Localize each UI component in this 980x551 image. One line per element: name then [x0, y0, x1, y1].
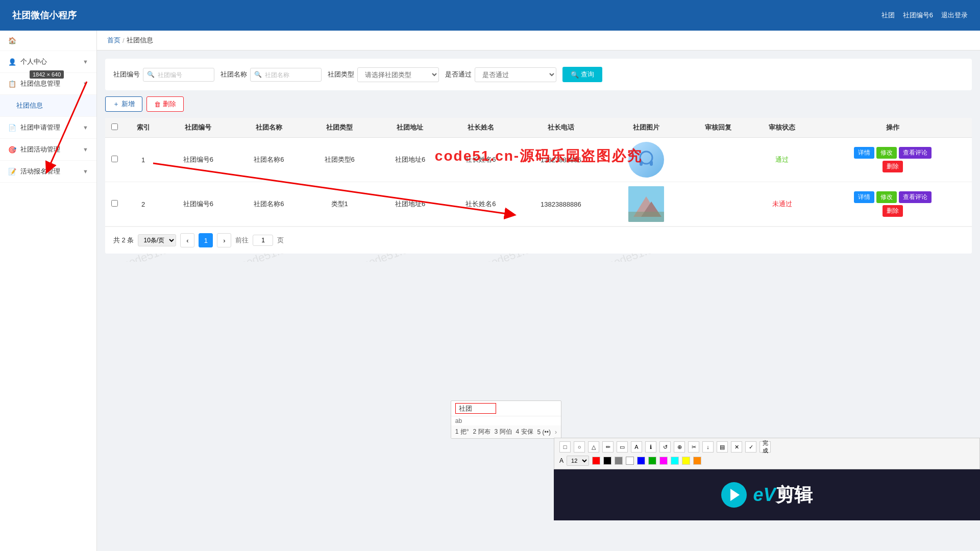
th-code: 社团编号	[163, 118, 233, 138]
nav-logout[interactable]: 退出登录	[941, 11, 968, 20]
ev-tool-triangle[interactable]: △	[588, 441, 599, 453]
row2-edit-btn[interactable]: 修改	[876, 191, 897, 203]
table-header-row: 索引 社团编号 社团名称 社团类型 社团地址 社长姓名 社长电话 社团图片 审核…	[105, 118, 972, 138]
color-black[interactable]	[603, 457, 611, 465]
filter-bar: 社团编号 🔍 社团名称 🔍 社团类型 请选择社团类	[105, 59, 972, 90]
row1-club-image	[628, 142, 664, 178]
row2-status: 未通过	[750, 182, 814, 227]
ev-tool-rect[interactable]: □	[559, 441, 571, 453]
th-address: 社团地址	[375, 118, 445, 138]
next-page-btn[interactable]: ›	[217, 233, 231, 247]
home-icon: 🏠	[8, 37, 16, 44]
page-1-btn[interactable]: 1	[199, 233, 213, 247]
ev-tool-line[interactable]: ▭	[617, 441, 628, 453]
filter-type-select[interactable]: 请选择社团类型	[357, 67, 439, 82]
ev-tool-add[interactable]: ⊕	[674, 441, 685, 453]
ev-tool-download[interactable]: ↓	[702, 441, 714, 453]
row2-action-group: 详情 修改 查看评论 删除	[818, 191, 968, 217]
row2-check[interactable]	[111, 200, 118, 207]
query-button[interactable]: 🔍 查询	[562, 67, 602, 82]
row2-delete-btn[interactable]: 删除	[883, 205, 903, 217]
row2-review-btn[interactable]: 查看评论	[899, 191, 932, 203]
row2-review	[687, 182, 750, 227]
ev-tool-check[interactable]: ✓	[745, 441, 756, 453]
ev-tool-scissors[interactable]: ✂	[688, 441, 699, 453]
suggestion-1[interactable]: 1 把°	[455, 428, 469, 436]
annotation-text-input[interactable]	[455, 403, 496, 414]
suggestion-2[interactable]: 2 阿布	[473, 428, 491, 436]
annotation-popup: ab 1 把° 2 阿布 3 阿伯 4 安保 5 (••) ›	[451, 400, 561, 439]
row1-index: 1	[124, 138, 163, 182]
goto-label: 前往	[235, 236, 249, 245]
sidebar-item-personal[interactable]: 👤 个人中心 ▼	[0, 51, 96, 73]
ev-tool-pen[interactable]: ✏	[602, 441, 614, 453]
th-index: 索引	[124, 118, 163, 138]
add-button[interactable]: ＋ 新增	[105, 96, 142, 112]
sidebar-item-home[interactable]: 🏠	[0, 31, 96, 51]
ev-tool-done[interactable]: 完成	[760, 441, 771, 453]
prev-page-btn[interactable]: ‹	[180, 233, 194, 247]
suggestion-5[interactable]: 5 (••)	[537, 429, 551, 436]
row2-detail-btn[interactable]: 详情	[854, 191, 874, 203]
filter-approved-select[interactable]: 是否通过	[475, 67, 556, 82]
goto-input[interactable]	[253, 235, 273, 246]
row1-edit-btn[interactable]: 修改	[876, 147, 897, 159]
suggestion-3[interactable]: 3 阿伯	[495, 428, 512, 436]
row2-code: 社团编号6	[163, 182, 233, 227]
club-table: 索引 社团编号 社团名称 社团类型 社团地址 社长姓名 社长电话 社团图片 审核…	[105, 118, 972, 227]
sidebar-club-info-label: 社团信息	[16, 101, 43, 110]
sidebar-item-club-apply[interactable]: 📄 社团申请管理 ▼	[0, 117, 96, 139]
breadcrumb-home[interactable]: 首页	[107, 36, 120, 45]
filter-code-label: 社团编号	[113, 70, 140, 79]
color-blue[interactable]	[637, 457, 645, 465]
color-green[interactable]	[648, 457, 656, 465]
pagination-total: 共 2 条	[113, 236, 134, 245]
ev-toolbar-colors: A 12	[559, 456, 974, 466]
select-all-checkbox[interactable]	[111, 123, 118, 130]
row1-check[interactable]	[111, 156, 118, 162]
row1-img	[606, 138, 687, 182]
query-button-label: 查询	[581, 70, 594, 79]
sidebar-item-club-info[interactable]: 社团信息	[0, 95, 96, 117]
status-fail: 未通过	[772, 200, 792, 208]
color-magenta[interactable]	[659, 457, 668, 465]
nav-club-code: 社团编号6	[903, 11, 933, 20]
color-gray[interactable]	[615, 457, 623, 465]
ev-tool-close[interactable]: ✕	[731, 441, 742, 453]
row1-detail-btn[interactable]: 详情	[854, 147, 874, 159]
table-row: 1 社团编号6 社团名称6 社团类型6 社团地址6 社长姓名6 13823888…	[105, 138, 972, 182]
row1-delete-btn[interactable]: 删除	[883, 161, 903, 172]
ev-toolbar: □ ○ △ ✏ ▭ A ℹ ↺ ⊕ ✂ ↓ ▤ ✕ ✓ 完成 A 12	[554, 438, 980, 469]
ev-play-icon[interactable]	[721, 482, 747, 508]
ev-tool-info[interactable]: ℹ	[645, 441, 656, 453]
club-info-mgmt-icon: 📋	[8, 80, 16, 88]
sidebar-item-club-activity[interactable]: 🎯 社团活动管理 ▼	[0, 139, 96, 161]
row1-action-row2: 删除	[883, 161, 903, 172]
row1-review-btn[interactable]: 查看评论	[899, 147, 932, 159]
suggestion-arrow[interactable]: ›	[555, 429, 557, 436]
row1-action-row1: 详情 修改 查看评论	[854, 147, 932, 159]
suggestion-4[interactable]: 4 安保	[516, 428, 533, 436]
color-cyan[interactable]	[671, 457, 679, 465]
navbar: 社团微信小程序 社团 社团编号6 退出登录	[0, 0, 980, 31]
ev-tool-text[interactable]: A	[631, 441, 642, 453]
color-orange[interactable]	[693, 457, 701, 465]
sidebar-item-activity-signup[interactable]: 📝 活动报名管理 ▼	[0, 161, 96, 183]
ev-tool-grid[interactable]: ▤	[717, 441, 728, 453]
row2-action-row2: 删除	[883, 205, 903, 217]
th-name: 社团名称	[234, 118, 304, 138]
th-leader: 社长姓名	[446, 118, 516, 138]
club-apply-icon: 📄	[8, 124, 16, 132]
sidebar-activity-signup-label: 活动报名管理	[20, 167, 60, 176]
ev-toolbar-tools: □ ○ △ ✏ ▭ A ℹ ↺ ⊕ ✂ ↓ ▤ ✕ ✓ 完成	[559, 441, 974, 453]
delete-button[interactable]: 🗑 删除	[146, 96, 184, 112]
per-page-select[interactable]: 10条/页	[138, 234, 176, 246]
chevron-down-icon: ▼	[83, 59, 88, 65]
color-white[interactable]	[626, 457, 634, 465]
font-size-select[interactable]: 12	[567, 456, 589, 466]
color-red[interactable]	[592, 457, 600, 465]
ev-brand-text: eV剪辑	[753, 483, 812, 508]
color-yellow[interactable]	[682, 457, 690, 465]
ev-tool-undo[interactable]: ↺	[659, 441, 671, 453]
ev-tool-circle[interactable]: ○	[574, 441, 585, 453]
